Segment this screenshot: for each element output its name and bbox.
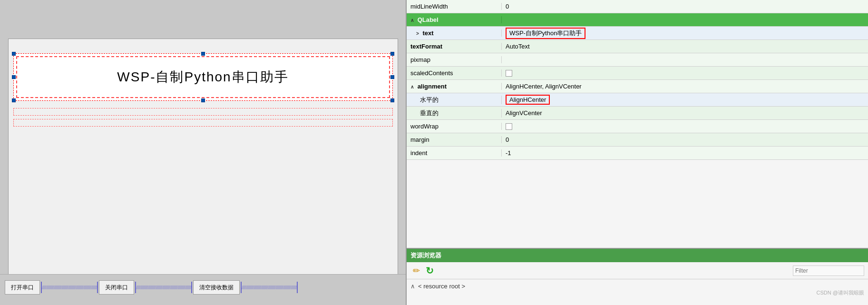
handle-tl [12,52,16,56]
chevron-qlabel: ∧ [410,18,414,23]
chevron-text: > [416,31,419,36]
prop-name-horizontal: 水平的 [407,96,502,104]
handle-br [390,98,394,102]
separator-1 [41,282,98,293]
resource-filter-area [437,266,864,276]
label-title-text: WSP-自制Python串口助手 [117,68,288,86]
prop-name-vertical: 垂直的 [407,109,502,118]
prop-row-alignment: ∧ alignment AlignHCenter, AlignVCenter [407,80,868,93]
prop-name-margin: margin [407,136,502,143]
prop-row-margin: margin 0 [407,133,868,147]
prop-row-qlabel: ∧ QLabel [407,13,868,27]
prop-row-text: > text WSP-自制Python串口助手 [407,27,868,40]
resource-toolbar: ✏ ↻ [407,262,868,279]
label-widget[interactable]: WSP-自制Python串口助手 [13,53,393,101]
close-port-button[interactable]: 关闭串口 [99,280,134,295]
prop-name-pixmap: pixmap [407,56,502,63]
prop-value-text[interactable]: WSP-自制Python串口助手 [502,28,868,39]
refresh-icon[interactable]: ↻ [424,265,435,276]
prop-row-pixmap: pixmap [407,53,868,67]
prop-row-indent: indent -1 [407,147,868,160]
resource-filter-input[interactable] [793,266,864,276]
prop-row-midlinewidth: midLineWidth 0 [407,0,868,13]
prop-name-indent: indent [407,149,502,157]
prop-value-wordwrap[interactable] [502,123,868,130]
prop-name-alignment: ∧ alignment [407,83,502,90]
resource-browser: 资源浏览器 ✏ ↻ ∧ < resource root > CSDN @请叫我晾… [407,248,868,305]
row-area-1 [13,108,393,116]
open-port-button[interactable]: 打开串口 [5,280,40,295]
right-panel: midLineWidth 0 ∧ QLabel > text WSP-自制Pyt… [407,0,868,305]
handle-tr [390,52,394,56]
clear-data-button[interactable]: 清空接收数据 [193,280,240,295]
prop-name-midlinewidth: midLineWidth [407,3,502,10]
chevron-alignment: ∧ [410,84,414,89]
separator-2 [135,282,192,293]
resource-browser-title: 资源浏览器 [410,251,441,260]
text-value-box: WSP-自制Python串口助手 [506,28,585,39]
prop-row-vertical: 垂直的 AlignVCenter [407,107,868,120]
bottom-area: 打开串口 关闭串口 清空接收数据 [0,274,406,300]
handle-mr [390,75,394,79]
resource-root-chevron: ∧ [410,283,415,290]
prop-value-scaledcontents[interactable] [502,69,868,77]
prop-name-wordwrap: wordWrap [407,123,502,130]
row-area-2 [13,119,393,127]
prop-row-scaledcontents: scaledContents [407,67,868,80]
watermark: CSDN @请叫我晾眼 [817,289,864,296]
prop-row-wordwrap: wordWrap [407,120,868,133]
prop-value-alignment: AlignHCenter, AlignVCenter [502,83,868,90]
separator-3 [241,282,298,293]
prop-row-horizontal: 水平的 AlignHCenter [407,93,868,107]
prop-value-horizontal[interactable]: AlignHCenter [502,95,868,105]
scaledcontents-checkbox[interactable] [506,70,512,77]
prop-value-vertical: AlignVCenter [502,109,868,117]
left-panel: WSP-自制Python串口助手 打开串口 关闭串口 清空接收数据 [0,0,407,305]
label-inner: WSP-自制Python串口助手 [16,56,390,98]
prop-name-text: > text [407,30,502,37]
handle-ml [12,75,16,79]
prop-name-scaledcontents: scaledContents [407,69,502,77]
handle-bm [201,98,205,102]
form-widget: WSP-自制Python串口助手 [8,39,398,276]
prop-name-qlabel: ∧ QLabel [407,16,502,23]
wordwrap-checkbox[interactable] [506,123,512,130]
prop-row-textformat: textFormat AutoText [407,40,868,53]
resource-root-label: < resource root > [418,283,465,290]
horizontal-value-box: AlignHCenter [506,95,550,105]
designer-canvas: WSP-自制Python串口助手 [0,0,406,305]
prop-value-midlinewidth: 0 [502,3,868,10]
prop-value-margin: 0 [502,136,868,143]
resource-browser-header: 资源浏览器 [407,249,868,262]
pencil-icon[interactable]: ✏ [410,265,422,276]
handle-tm [201,52,205,56]
handle-bl [12,98,16,102]
prop-value-textformat: AutoText [502,43,868,50]
resource-root-row: ∧ < resource root > [407,279,868,293]
properties-table: midLineWidth 0 ∧ QLabel > text WSP-自制Pyt… [407,0,868,248]
prop-name-textformat: textFormat [407,43,502,50]
prop-value-indent: -1 [502,149,868,157]
